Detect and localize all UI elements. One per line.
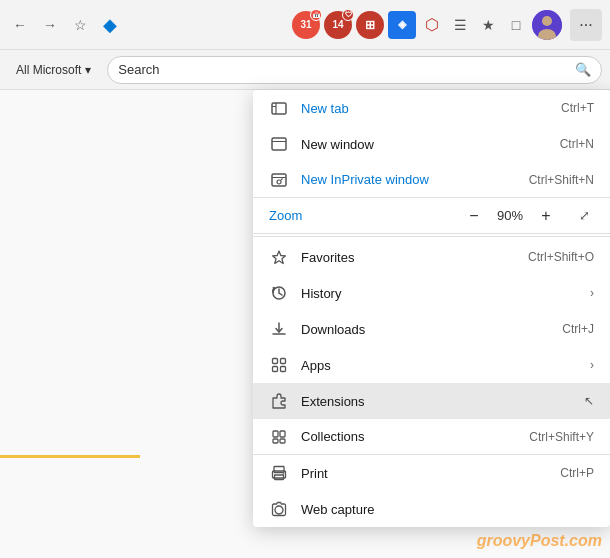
history-chevron-icon: › — [590, 286, 594, 300]
extensions-label: Extensions — [301, 394, 580, 409]
browser-chrome: ← → ☆ ◆ 31 📅 14 🛡 ⊞ ◈ ⬡ ☰ ★ □ — [0, 0, 610, 50]
collections-menu-item[interactable]: Collections Ctrl+Shift+Y — [253, 419, 610, 455]
new-window-menu-item[interactable]: New window Ctrl+N — [253, 126, 610, 162]
print-shortcut: Ctrl+P — [560, 466, 594, 480]
svg-rect-20 — [280, 431, 285, 437]
favorites-menu-item[interactable]: Favorites Ctrl+Shift+O — [253, 239, 610, 275]
history-icon — [269, 283, 289, 303]
svg-rect-17 — [273, 367, 278, 372]
split-screen-icon[interactable]: □ — [504, 13, 528, 37]
grid-extension-icon[interactable]: ⊞ — [356, 11, 384, 39]
zoom-expand-button[interactable]: ⤢ — [574, 206, 594, 226]
edge-logo: ◆ — [98, 13, 122, 37]
zoom-row: Zoom − 90% + ⤢ — [253, 198, 610, 234]
calendar-badge: 📅 — [310, 9, 322, 21]
print-menu-item[interactable]: Print Ctrl+P — [253, 455, 610, 491]
zoom-increase-button[interactable]: + — [534, 204, 558, 228]
zoom-value: 90% — [494, 208, 526, 223]
svg-point-26 — [283, 473, 285, 475]
new-window-label: New window — [301, 137, 540, 152]
svg-rect-25 — [275, 475, 284, 480]
favorites-bar-icon[interactable]: ★ — [476, 13, 500, 37]
svg-rect-21 — [273, 439, 278, 443]
address-bar-row: All Microsoft ▾ Search 🔍 — [0, 50, 610, 90]
all-microsoft-button[interactable]: All Microsoft ▾ — [8, 59, 99, 81]
svg-rect-6 — [272, 138, 286, 150]
new-window-shortcut: Ctrl+N — [560, 137, 594, 151]
svg-rect-15 — [273, 359, 278, 364]
new-tab-shortcut: Ctrl+T — [561, 101, 594, 115]
cursor-icon: ↖ — [584, 394, 594, 408]
zoom-divider — [253, 236, 610, 237]
reading-list-icon[interactable]: ☰ — [448, 13, 472, 37]
all-microsoft-label: All Microsoft — [16, 63, 81, 77]
main-content: New tab Ctrl+T New window Ctrl+N — [0, 90, 610, 558]
forward-button[interactable]: → — [38, 13, 62, 37]
new-tab-icon — [269, 98, 289, 118]
apps-icon — [269, 355, 289, 375]
new-tab-label: New tab — [301, 101, 541, 116]
apps-label: Apps — [301, 358, 582, 373]
downloads-menu-item[interactable]: Downloads Ctrl+J — [253, 311, 610, 347]
shield-badge: 🛡 — [342, 9, 354, 21]
print-icon — [269, 463, 289, 483]
collections-label: Collections — [301, 429, 509, 444]
new-inprivate-label: New InPrivate window — [301, 172, 509, 187]
svg-point-10 — [277, 180, 281, 184]
extensions-icon — [269, 391, 289, 411]
window-icon — [269, 134, 289, 154]
webcapture-menu-item[interactable]: Web capture — [253, 491, 610, 527]
new-inprivate-shortcut: Ctrl+Shift+N — [529, 173, 594, 187]
apps-menu-item[interactable]: Apps › — [253, 347, 610, 383]
downloads-label: Downloads — [301, 322, 542, 337]
nav-icons: ← → ☆ ◆ — [8, 13, 122, 37]
favorites-shortcut: Ctrl+Shift+O — [528, 250, 594, 264]
all-microsoft-chevron: ▾ — [85, 63, 91, 77]
webcapture-icon — [269, 499, 289, 519]
star-icon[interactable]: ☆ — [68, 13, 92, 37]
zoom-label: Zoom — [269, 208, 349, 223]
downloads-shortcut: Ctrl+J — [562, 322, 594, 336]
svg-point-27 — [275, 506, 283, 514]
favorites-icon — [269, 247, 289, 267]
inprivate-icon — [269, 170, 289, 190]
zoom-decrease-button[interactable]: − — [462, 204, 486, 228]
search-bar[interactable]: Search 🔍 — [107, 56, 602, 84]
search-icon: 🔍 — [575, 62, 591, 77]
extensions-menu-item[interactable]: Extensions ↖ — [253, 383, 610, 419]
print-label: Print — [301, 466, 540, 481]
favorites-label: Favorites — [301, 250, 508, 265]
search-text: Search — [118, 62, 159, 77]
history-menu-item[interactable]: History › — [253, 275, 610, 311]
extension-icons: 31 📅 14 🛡 ⊞ ◈ ⬡ ☰ ★ □ — [292, 9, 602, 41]
svg-rect-18 — [281, 367, 286, 372]
shield-extension-icon[interactable]: 14 🛡 — [324, 11, 352, 39]
svg-rect-22 — [280, 439, 285, 443]
browser-dropdown-menu: New tab Ctrl+T New window Ctrl+N — [253, 90, 610, 527]
svg-rect-3 — [272, 103, 286, 114]
svg-line-11 — [281, 178, 283, 180]
svg-rect-19 — [273, 431, 278, 437]
collections-icon — [269, 427, 289, 447]
watermark: groovyPost.com — [477, 532, 602, 550]
svg-point-1 — [542, 16, 552, 26]
yellow-accent-line — [0, 455, 140, 458]
history-label: History — [301, 286, 582, 301]
new-tab-menu-item[interactable]: New tab Ctrl+T — [253, 90, 610, 126]
edge-extension-icon[interactable]: ◈ — [388, 11, 416, 39]
svg-rect-16 — [281, 359, 286, 364]
collections-shortcut: Ctrl+Shift+Y — [529, 430, 594, 444]
back-button[interactable]: ← — [8, 13, 32, 37]
downloads-icon — [269, 319, 289, 339]
webcapture-label: Web capture — [301, 502, 594, 517]
pocket-icon[interactable]: ⬡ — [420, 13, 444, 37]
profile-avatar[interactable] — [532, 10, 562, 40]
zoom-controls: − 90% + ⤢ — [462, 204, 594, 228]
more-dots-icon: ··· — [579, 16, 592, 34]
new-inprivate-menu-item[interactable]: New InPrivate window Ctrl+Shift+N — [253, 162, 610, 198]
calendar-extension-icon[interactable]: 31 📅 — [292, 11, 320, 39]
more-options-button[interactable]: ··· — [570, 9, 602, 41]
apps-chevron-icon: › — [590, 358, 594, 372]
